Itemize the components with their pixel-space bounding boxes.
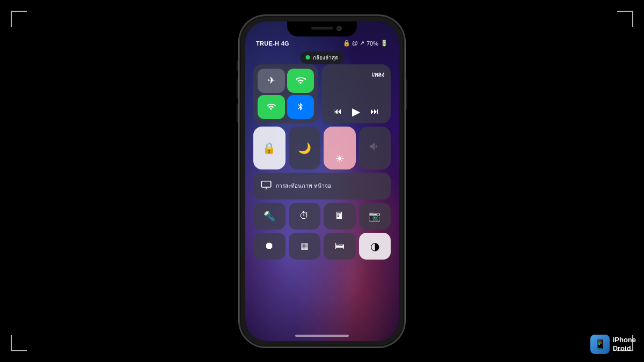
camera-notification-text: กล้องล่าสุด xyxy=(313,54,339,62)
bed-button[interactable]: 🛏 xyxy=(324,233,356,260)
qr-scanner-icon: ▦ xyxy=(301,241,309,251)
timer-button[interactable]: ⏱ xyxy=(289,203,321,230)
phone: TRUE-H 4G 🔒 @ ↗ 70% 🔋 กล้องล่าสุด ✈ xyxy=(239,15,405,348)
control-center: ✈ xyxy=(253,64,391,325)
timer-icon: ⏱ xyxy=(299,210,309,221)
volume-down-button[interactable] xyxy=(237,104,238,122)
do-not-disturb-button[interactable]: 🌙 xyxy=(289,127,321,169)
music-title: เพลง xyxy=(328,70,384,79)
connectivity-block: ✈ xyxy=(253,64,318,123)
phone-screen: TRUE-H 4G 🔒 @ ↗ 70% 🔋 กล้องล่าสุด ✈ xyxy=(245,21,399,341)
brightness-control[interactable]: ☀ xyxy=(324,127,356,169)
volume-icon xyxy=(369,141,380,155)
calculator-button[interactable]: 🖩 xyxy=(324,203,356,230)
music-play-button[interactable]: ▶ xyxy=(352,105,360,118)
cc-icon-row-1: 🔦 ⏱ 🖩 📷 xyxy=(253,203,391,230)
notch-speaker xyxy=(311,27,333,29)
battery-icon: 🔋 xyxy=(380,40,388,47)
camera-active-dot xyxy=(306,55,310,60)
wifi-button[interactable] xyxy=(287,69,314,93)
camera-notification: กล้องล่าสุด xyxy=(301,51,344,64)
music-prev-button[interactable]: ⏮ xyxy=(333,107,342,116)
brightness-sun-icon: ☀ xyxy=(335,152,345,165)
watermark-text: iPhone Droid xyxy=(613,336,636,352)
screen-mirroring-icon xyxy=(261,181,272,191)
corner-bl xyxy=(11,335,27,351)
music-next-button[interactable]: ⏭ xyxy=(370,107,379,116)
screen-mirroring-row: การสะท้อนภาพ หน้าจอ xyxy=(253,173,391,200)
bluetooth-button[interactable] xyxy=(287,95,314,119)
cc-icon-row-2: ⏺ ▦ 🛏 ◑ xyxy=(253,233,391,260)
corner-tl xyxy=(11,11,27,27)
accessibility-button[interactable]: ◑ xyxy=(359,233,391,260)
bed-icon: 🛏 xyxy=(335,240,345,252)
status-bar: TRUE-H 4G 🔒 @ ↗ 70% 🔋 xyxy=(245,38,399,49)
calculator-icon: 🖩 xyxy=(335,210,345,221)
qr-scanner-button[interactable]: ▦ xyxy=(289,233,321,260)
watermark: 📱 iPhone Droid xyxy=(590,335,636,354)
home-indicator xyxy=(295,335,349,337)
cc-second-row: 🔒 🌙 ☀ xyxy=(253,127,391,169)
watermark-icon: 📱 xyxy=(590,335,610,354)
orientation-lock-icon: 🔒 xyxy=(262,142,276,154)
status-right: 🔒 @ ↗ 70% 🔋 xyxy=(343,40,388,47)
screen-mirroring-label: การสะท้อนภาพ หน้าจอ xyxy=(276,182,331,190)
volume-control[interactable] xyxy=(359,127,391,169)
camera-icon: 📷 xyxy=(369,210,380,222)
phone-frame: TRUE-H 4G 🔒 @ ↗ 70% 🔋 กล้องล่าสุด ✈ xyxy=(239,15,405,348)
moon-icon: 🌙 xyxy=(298,142,311,154)
carrier-text: TRUE-H 4G xyxy=(256,40,289,47)
screen-record-icon: ⏺ xyxy=(265,240,274,252)
cc-top-row: ✈ xyxy=(253,64,391,123)
mute-switch[interactable] xyxy=(237,61,238,71)
accessibility-icon: ◑ xyxy=(370,240,379,253)
cellular-button[interactable] xyxy=(258,95,285,119)
flashlight-button[interactable]: 🔦 xyxy=(253,203,286,230)
camera-button[interactable]: 📷 xyxy=(359,203,391,230)
notch xyxy=(287,21,357,36)
notch-camera xyxy=(336,26,342,31)
corner-tr xyxy=(617,11,633,27)
airplane-mode-button[interactable]: ✈ xyxy=(258,69,285,93)
status-icons: 🔒 @ ↗ xyxy=(343,40,364,47)
screen-mirroring-button[interactable]: การสะท้อนภาพ หน้าจอ xyxy=(253,173,391,200)
volume-up-button[interactable] xyxy=(237,79,238,98)
svg-rect-0 xyxy=(261,181,271,187)
cc-bottom-rows: 🔦 ⏱ 🖩 📷 ⏺ xyxy=(253,203,391,260)
orientation-lock-button[interactable]: 🔒 xyxy=(253,127,286,169)
screen-record-button[interactable]: ⏺ xyxy=(253,233,286,260)
battery-text: 70% xyxy=(367,40,378,47)
music-block: เพลง ⏮ ▶ ⏭ xyxy=(321,64,391,123)
power-button[interactable] xyxy=(406,79,407,109)
flashlight-icon: 🔦 xyxy=(264,210,275,222)
music-controls: ⏮ ▶ ⏭ xyxy=(328,105,384,118)
